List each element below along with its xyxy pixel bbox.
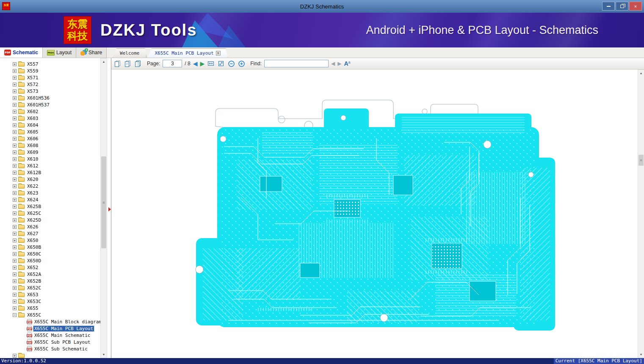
folder-label[interactable]: X625B: [26, 204, 42, 209]
find-next-icon[interactable]: ▶: [337, 61, 341, 67]
folder-label[interactable]: X625D: [26, 217, 42, 223]
tree-folder-row[interactable]: + X650: [0, 237, 100, 244]
folder-label[interactable]: X653C: [26, 299, 42, 304]
folder-label[interactable]: X610: [26, 156, 39, 162]
tree-folder-row[interactable]: + X650D: [0, 257, 100, 264]
expanded-folder-label[interactable]: X655C: [26, 312, 42, 318]
tree-folder-row[interactable]: + X612B: [0, 169, 100, 176]
tab-share[interactable]: Share: [76, 47, 107, 58]
tree-folder-row[interactable]: + X572: [0, 81, 100, 88]
expand-plus-icon[interactable]: +: [13, 103, 17, 107]
tree-folder-row[interactable]: + X602: [0, 108, 100, 115]
document-label[interactable]: X655C Main PCB Layout: [33, 326, 94, 331]
tree-folder-row[interactable]: + X652: [0, 264, 100, 271]
tree-folder-row[interactable]: + X623: [0, 189, 100, 196]
folder-label[interactable]: X601H536: [26, 95, 50, 101]
expand-plus-icon[interactable]: +: [13, 184, 17, 188]
tab-layout[interactable]: PADS Layout: [43, 47, 76, 58]
tree-folder-row[interactable]: + X601H536: [0, 94, 100, 101]
tree-folder-row[interactable]: + X650B: [0, 244, 100, 250]
next-page-icon[interactable]: ▶: [200, 60, 205, 67]
folder-label[interactable]: X650B: [26, 245, 42, 250]
tree-document-row[interactable]: X655C Sub PCB Layout: [0, 339, 100, 345]
document-scrollbar-thumb[interactable]: ≡: [638, 155, 644, 166]
scroll-up-icon[interactable]: ▲: [638, 70, 644, 76]
tree-folder-row[interactable]: + X652B: [0, 278, 100, 284]
tree-folder-row[interactable]: + X627: [0, 230, 100, 237]
tree-folder-row[interactable]: + X573: [0, 88, 100, 94]
folder-label[interactable]: X622: [26, 183, 39, 189]
expand-plus-icon[interactable]: +: [13, 191, 17, 195]
document-view[interactable]: ▲ ≡ ▼: [111, 69, 644, 358]
scroll-down-icon[interactable]: ▼: [638, 351, 644, 358]
doc-tab-close-icon[interactable]: x: [216, 51, 221, 56]
zoom-in-icon[interactable]: [238, 60, 245, 67]
expand-plus-icon[interactable]: +: [13, 157, 17, 161]
minimize-button[interactable]: [602, 2, 615, 11]
expand-minus-icon[interactable]: −: [13, 313, 17, 317]
pcb-layout-canvas[interactable]: [173, 70, 576, 354]
expand-plus-icon[interactable]: +: [13, 279, 17, 283]
folder-label[interactable]: X559: [26, 68, 39, 74]
folder-label[interactable]: X612B: [26, 170, 42, 175]
expand-plus-icon[interactable]: +: [13, 96, 17, 100]
tab-schematic[interactable]: PDF Schematic: [0, 47, 43, 58]
fit-width-icon[interactable]: [207, 60, 215, 67]
tree-folder-row[interactable]: + X625D: [0, 217, 100, 223]
tree-folder-row[interactable]: + X626: [0, 223, 100, 230]
tree-folder-row[interactable]: + X609: [0, 149, 100, 156]
find-previous-icon[interactable]: ◀: [331, 61, 335, 67]
expand-plus-icon[interactable]: +: [13, 286, 17, 290]
folder-label[interactable]: X572: [26, 82, 39, 87]
tree-folder-row[interactable]: + X625C: [0, 210, 100, 217]
tree-folder-row[interactable]: + X624: [0, 196, 100, 203]
folder-label[interactable]: X557: [26, 61, 39, 67]
folder-label[interactable]: X627: [26, 231, 39, 236]
tree-folder-row[interactable]: + X608: [0, 142, 100, 149]
expand-plus-icon[interactable]: +: [13, 198, 17, 202]
page-layout-book-icon[interactable]: [134, 60, 142, 67]
page-layout-facing-icon[interactable]: [124, 60, 132, 67]
folder-label[interactable]: X624: [26, 197, 39, 203]
document-label[interactable]: X655C Sub PCB Layout: [33, 339, 91, 345]
tree-folder-row[interactable]: + X601H537: [0, 101, 100, 108]
expand-plus-icon[interactable]: +: [13, 354, 17, 358]
expand-plus-icon[interactable]: +: [13, 123, 17, 127]
expand-plus-icon[interactable]: +: [13, 245, 17, 249]
expand-plus-icon[interactable]: +: [13, 293, 17, 297]
previous-page-icon[interactable]: ◀: [193, 60, 198, 67]
expand-plus-icon[interactable]: +: [13, 164, 17, 168]
find-input[interactable]: [264, 60, 329, 67]
page-number-input[interactable]: [163, 60, 182, 67]
tree-folder-row[interactable]: + X612: [0, 162, 100, 169]
expand-plus-icon[interactable]: +: [13, 83, 17, 86]
expand-plus-icon[interactable]: +: [13, 300, 17, 303]
folder-label[interactable]: X571: [26, 75, 39, 81]
folder-label[interactable]: X652: [26, 265, 39, 270]
expand-plus-icon[interactable]: +: [13, 211, 17, 215]
expand-plus-icon[interactable]: +: [13, 130, 17, 134]
expand-plus-icon[interactable]: +: [13, 144, 17, 147]
expand-plus-icon[interactable]: +: [13, 69, 17, 73]
doc-tab-pcb-layout[interactable]: X655C Main PCB Layout x: [147, 48, 227, 58]
folder-label[interactable]: X626: [26, 224, 39, 230]
doc-tab-welcome[interactable]: Welcome: [113, 48, 146, 58]
expand-plus-icon[interactable]: +: [13, 239, 17, 242]
maximize-button[interactable]: [616, 2, 628, 11]
scroll-down-icon[interactable]: ▼: [101, 351, 107, 358]
folder-label[interactable]: X653: [26, 292, 39, 297]
font-size-icon[interactable]: Aa: [344, 60, 350, 67]
folder-label[interactable]: X605: [26, 129, 39, 135]
tree-folder-row[interactable]: + X622: [0, 183, 100, 189]
tree-folder-row[interactable]: + X625B: [0, 203, 100, 210]
expand-plus-icon[interactable]: +: [13, 252, 17, 256]
document-label[interactable]: X655C Sub Schematic: [33, 346, 88, 352]
expand-plus-icon[interactable]: +: [13, 178, 17, 181]
folder-label[interactable]: X652A: [26, 272, 42, 277]
scroll-up-icon[interactable]: ▲: [101, 58, 107, 65]
document-scrollbar[interactable]: ▲ ≡ ▼: [638, 69, 644, 358]
tree-folder-row[interactable]: + X557: [0, 61, 100, 67]
sidebar-scrollbar[interactable]: ▲ ≡ ▼: [100, 58, 107, 358]
folder-label[interactable]: X650C: [26, 251, 42, 257]
sidebar-scrollbar-thumb[interactable]: ≡: [101, 156, 106, 248]
